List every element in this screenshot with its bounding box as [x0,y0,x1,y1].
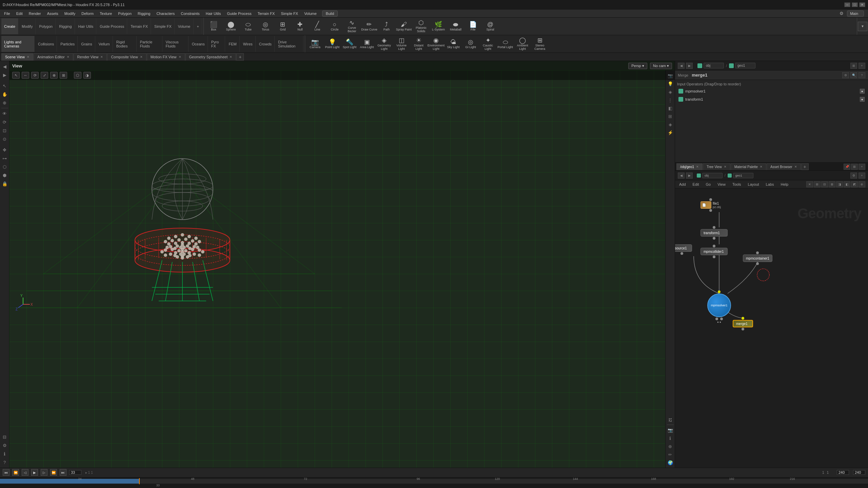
shelf-tab-particles[interactable]: Particles [58,36,78,52]
nav-back[interactable]: ◀ [1,62,9,70]
merge1-box[interactable]: merge1 [733,320,753,327]
menu-texture[interactable]: Texture [97,11,115,16]
shelf-tab-oceans[interactable]: Oceans [189,36,208,52]
vp-icon-background[interactable]: ◧ [667,104,674,112]
tool-pointlight[interactable]: 💡Point Light [324,36,341,52]
handle-tool[interactable]: ⊕ [1,99,9,107]
tool-platonicsolids[interactable]: ⬡Platonic Solids [413,19,430,34]
mpmsolver1-circle[interactable]: mpmsolver1 [707,293,731,317]
tumble-tool[interactable]: ⟳ [1,118,9,126]
menu-simplefx[interactable]: Simple FX [278,11,301,16]
add-tab-button[interactable]: + [236,53,244,61]
ng-tool-4[interactable]: ⊠ [829,181,835,187]
transform1-box[interactable]: transform1 [701,229,728,237]
tool-metaball[interactable]: ⬬Metaball [447,19,464,34]
tool-question[interactable]: ? [1,458,9,466]
tl-end-frame[interactable]: 240 [837,470,849,475]
rp-help[interactable]: ? [859,72,865,78]
shelf-tab-add[interactable]: + [194,18,202,34]
tl-play[interactable]: ▶ [31,469,38,476]
tool-sphere[interactable]: ⬤Sphere [222,19,239,34]
select-tool[interactable]: ↖ [1,82,9,90]
menu-hairutils[interactable]: Hair Utils [203,11,224,16]
ng-add2[interactable]: + [859,172,865,179]
close-sceneview[interactable]: ✕ [27,55,29,59]
ng-tab-materialpalette[interactable]: Material Palette ✕ [731,163,766,170]
ng-obj-path[interactable]: obj [702,173,723,178]
tool-gilight[interactable]: ◎GI Light [462,36,479,52]
menu-rigging[interactable]: Rigging [135,11,153,16]
close-geosheet[interactable]: ✕ [230,55,232,59]
shelf-tab-lightsandcameras[interactable]: Lights and Cameras [1,36,35,52]
tool-e[interactable]: 🔒 [1,180,9,188]
tool-skylight[interactable]: 🌤Sky Light [445,36,462,52]
merge1-input[interactable] [742,317,744,320]
node-file1[interactable]: 📄 file1 pz.obj [701,198,721,212]
tool-envlight[interactable]: ◉Environment Light [428,36,445,52]
shelf-tab-pyrofx[interactable]: Pyro FX [209,36,225,52]
node-merge1[interactable]: merge1 [733,317,753,331]
tool-curvebezier[interactable]: ∿Curve Bezier [343,19,360,34]
shelf-tab-simplefx[interactable]: Simple FX [152,18,175,34]
ng-menu-help[interactable]: Help [779,182,790,187]
vp-icon-info[interactable]: ℹ [667,434,674,442]
rp-search[interactable]: 🔍 [850,72,857,78]
t1-input[interactable] [713,226,715,229]
tool-c[interactable]: ⬡ [1,163,9,171]
vp-icon-lighting[interactable]: 💡 [667,80,674,87]
tool-stereocamera[interactable]: ⊞Stereo Camera [531,36,548,52]
vp-tool-handle[interactable]: ⊞ [60,72,67,79]
node-mpmsolver1[interactable]: mpmsolver1 ● ● [707,290,731,324]
tab-sceneview[interactable]: Scene View ✕ [1,53,33,61]
dolly-tool[interactable]: ⊙ [1,135,9,143]
vp-icon-handle[interactable]: ⊕ [667,443,674,450]
tool-d[interactable]: ⬢ [1,171,9,179]
shelf-tab-rigidbodies[interactable]: Rigid Bodies [114,36,137,52]
tool-portallight[interactable]: ⬭Portal Light [497,36,514,52]
menu-render[interactable]: Render [26,11,44,16]
tab-motionfxview[interactable]: Motion FX View ✕ [147,53,185,61]
source1-box[interactable]: source1 [675,244,692,252]
tool-distantlight[interactable]: ☀Distant Light [410,36,427,52]
tool-causticlight[interactable]: ✦Caustic Light [479,36,496,52]
tool-torus[interactable]: ◎Torus [257,19,274,34]
solver1-input1[interactable] [718,290,721,293]
nav-obj[interactable]: obj [704,63,724,68]
ng-tab-geo1[interactable]: /obj/geo1 ✕ [676,163,703,170]
timeline-ruler[interactable]: 33 24 48 72 96 120 144 168 192 216 [0,477,868,488]
menu-terrainfx[interactable]: Terrain FX [255,11,278,16]
tl-step-fwd[interactable]: ▷ [41,469,47,476]
vp-display-shade[interactable]: ◑ [83,72,91,79]
tool-path[interactable]: ⤴Path [378,19,395,34]
minimize-button[interactable]: ─ [844,2,850,7]
tool-circle[interactable]: ○Circle [326,19,343,34]
shelf-tab-viscousfluids[interactable]: Viscous Fluids [163,36,189,52]
tool-tube[interactable]: ⬭Tube [240,19,257,34]
ng-tool-3[interactable]: ⊟ [821,181,828,187]
menu-constraints[interactable]: Constraints [178,11,202,16]
shelf-tab-rigging[interactable]: Rigging [56,18,75,34]
tl-frame-current[interactable]: 33 [69,470,81,475]
tab-animationeditor[interactable]: Animation Editor ✕ [34,53,73,61]
rp-nav-back[interactable]: ◀ [678,63,685,69]
file1-box[interactable]: 📄 [701,201,711,209]
input-op-row-1[interactable]: mpmsolver1 ■ [677,87,866,95]
vp-icon-grid[interactable]: ⊞ [667,113,674,120]
tool-camera[interactable]: 📷Camera [307,36,323,52]
tool-info[interactable]: ℹ [1,450,9,458]
ng-tab-assetbrowser[interactable]: Asset Browser ✕ [767,163,801,170]
tool-box[interactable]: ⬛Box [205,19,222,34]
vp-icon-geo[interactable]: ◈ [667,88,674,96]
cont1-output[interactable] [756,262,759,265]
build-button[interactable]: Build [322,11,338,17]
ng-tool-2[interactable]: ⊞ [814,181,821,187]
ng-layout[interactable]: ⊞ [851,164,858,170]
col1-output[interactable] [713,256,715,258]
op-flag-2[interactable]: ■ [860,97,865,102]
shelf-tab-guideprocess[interactable]: Guide Process [97,18,127,34]
view-tool[interactable]: 👁 [1,109,9,118]
ng-nav-fwd[interactable]: ▶ [686,172,693,179]
shelf-tab-wires[interactable]: Wires [240,36,256,52]
shelf-tab-volume[interactable]: Volume [175,18,194,34]
tool-ambientlight[interactable]: ◯Ambient Light [514,36,531,52]
